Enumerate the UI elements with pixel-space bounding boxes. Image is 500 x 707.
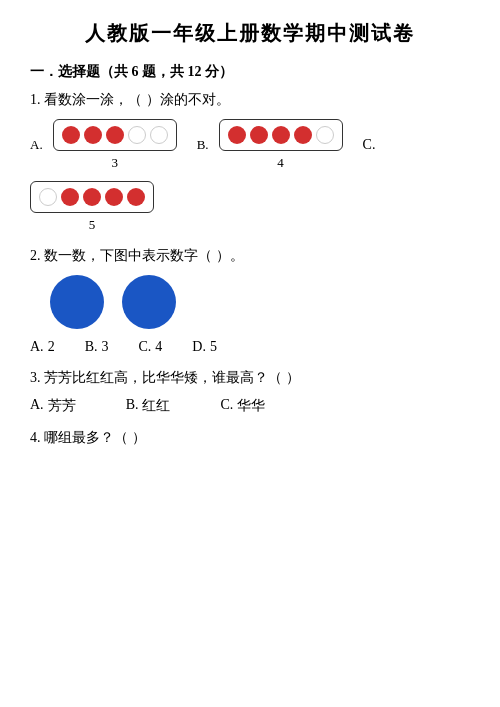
dot [272,126,290,144]
dot [250,126,268,144]
q1-option-b-label: B. [197,137,209,171]
q1-text: 1. 看数涂一涂，（ ）涂的不对。 [30,91,470,109]
q2-choice-b-value: 3 [101,339,108,355]
q3-choice-a-label: A. [30,397,44,415]
q3-text: 3. 芳芳比红红高，比华华矮，谁最高？（ ） [30,369,470,387]
q2-choices: A. 2 B. 3 C. 4 D. 5 [30,339,470,355]
q2-choice-d: D. 5 [192,339,217,355]
question-4: 4. 哪组最多？（ ） [30,429,470,447]
q2-choice-b: B. 3 [85,339,109,355]
q3-choice-b: B. 红红 [126,397,171,415]
q1-option-a-box [53,119,177,151]
q1-option-b: 4 [219,119,343,171]
dot [62,126,80,144]
dot-empty [39,188,57,206]
dot [106,126,124,144]
q1-option-5-box [30,181,154,213]
dot [83,188,101,206]
question-2: 2. 数一数，下图中表示数字（ ）。 A. 2 B. 3 C. 4 D. 5 [30,247,470,355]
dot [228,126,246,144]
big-circle-1 [50,275,104,329]
dot-empty [128,126,146,144]
q3-choice-c: C. 华华 [220,397,265,415]
q1-option-a-number: 3 [111,155,118,171]
q2-choice-c-label: C. [138,339,151,355]
q2-choice-c-value: 4 [155,339,162,355]
q2-choice-b-label: B. [85,339,98,355]
question-1: 1. 看数涂一涂，（ ）涂的不对。 A. 3 B. [30,91,470,233]
question-3: 3. 芳芳比红红高，比华华矮，谁最高？（ ） A. 芳芳 B. 红红 C. 华华 [30,369,470,415]
q3-choice-a: A. 芳芳 [30,397,76,415]
dot-empty [150,126,168,144]
dot [84,126,102,144]
dot [105,188,123,206]
q1-options-row1: A. 3 B. [30,119,470,171]
dot [61,188,79,206]
q2-choice-a-value: 2 [48,339,55,355]
dot [127,188,145,206]
q1-options-row2: 5 [30,181,470,233]
q3-choice-c-label: C. [220,397,233,415]
q1-option-5-number: 5 [89,217,96,233]
q2-text: 2. 数一数，下图中表示数字（ ）。 [30,247,470,265]
q3-choice-b-label: B. [126,397,139,415]
q1-option-b-box [219,119,343,151]
q1-option-5: 5 [30,181,154,233]
q1-option-a: 3 [53,119,177,171]
dot [294,126,312,144]
q1-option-c-label: C. [363,137,376,153]
q2-circles [50,275,470,329]
q2-choice-a: A. 2 [30,339,55,355]
big-circle-2 [122,275,176,329]
q2-choice-d-value: 5 [210,339,217,355]
q2-choice-d-label: D. [192,339,206,355]
q3-choice-b-value: 红红 [142,397,170,415]
q2-choice-a-label: A. [30,339,44,355]
q3-choices: A. 芳芳 B. 红红 C. 华华 [30,397,470,415]
q4-text: 4. 哪组最多？（ ） [30,429,470,447]
section1-label: 一．选择题（共 6 题，共 12 分） [30,63,470,81]
q3-choice-c-value: 华华 [237,397,265,415]
q2-choice-c: C. 4 [138,339,162,355]
dot-empty [316,126,334,144]
page-title: 人教版一年级上册数学期中测试卷 [30,20,470,47]
q3-choice-a-value: 芳芳 [48,397,76,415]
q1-option-a-label: A. [30,137,43,171]
q1-option-b-number: 4 [277,155,284,171]
